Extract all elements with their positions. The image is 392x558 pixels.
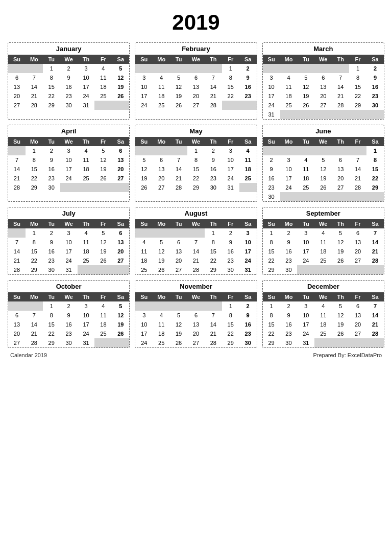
day-cell: 22 xyxy=(26,256,43,265)
month-table: SuMoTuWeThFrSa12345678910111213141516171… xyxy=(135,292,256,347)
day-cell: 14 xyxy=(205,82,222,91)
day-cell: 2 xyxy=(239,301,257,311)
day-cell: 14 xyxy=(332,82,349,91)
day-cell: 8 xyxy=(349,73,366,82)
day-cell: 15 xyxy=(222,320,239,329)
day-cell: 10 xyxy=(297,238,314,247)
day-cell: 6 xyxy=(332,155,349,165)
day-cell: 29 xyxy=(349,101,366,110)
day-cell: 16 xyxy=(280,320,298,329)
day-cell: 10 xyxy=(60,155,78,165)
day-cell: 11 xyxy=(314,311,332,320)
day-cell: 7 xyxy=(205,311,222,320)
day-cell: 15 xyxy=(366,165,384,174)
day-cell: 2 xyxy=(239,64,257,73)
day-header: Th xyxy=(205,137,222,146)
day-cell xyxy=(263,146,280,155)
day-cell xyxy=(94,101,112,110)
day-header: Su xyxy=(8,292,26,301)
day-header: Th xyxy=(205,55,222,64)
day-cell: 7 xyxy=(366,301,384,311)
day-cell: 13 xyxy=(349,238,366,247)
day-cell: 26 xyxy=(170,338,187,347)
day-header: Su xyxy=(8,137,26,146)
day-cell: 23 xyxy=(60,91,78,101)
day-cell: 26 xyxy=(297,101,314,110)
day-cell: 12 xyxy=(112,311,129,320)
day-header: Fr xyxy=(222,55,239,64)
day-cell: 25 xyxy=(280,101,298,110)
day-cell xyxy=(332,338,349,347)
day-cell: 18 xyxy=(153,329,170,338)
day-cell: 14 xyxy=(26,320,43,329)
day-cell xyxy=(187,301,205,311)
day-cell: 29 xyxy=(263,265,280,274)
month-name: May xyxy=(135,125,256,137)
month-name: August xyxy=(135,207,256,219)
day-header: Fr xyxy=(94,292,112,301)
month-table: SuMoTuWeThFrSa12345678910111213141516171… xyxy=(135,219,256,274)
day-header: Sa xyxy=(112,219,129,228)
day-cell xyxy=(26,301,43,311)
day-cell xyxy=(349,338,366,347)
day-cell: 5 xyxy=(170,73,187,82)
day-cell: 9 xyxy=(366,73,384,82)
day-header: Tu xyxy=(170,292,187,301)
day-header: Fr xyxy=(222,137,239,146)
month-name: December xyxy=(263,281,384,292)
day-cell: 14 xyxy=(187,247,205,256)
day-cell xyxy=(112,265,129,274)
day-cell xyxy=(366,192,384,201)
month-block-april: AprilSuMoTuWeThFrSa123456789101112131415… xyxy=(8,125,130,202)
day-header: Tu xyxy=(43,292,60,301)
day-header: We xyxy=(60,292,78,301)
day-cell: 8 xyxy=(263,238,280,247)
day-cell: 10 xyxy=(78,311,95,320)
day-header: Fr xyxy=(222,292,239,301)
day-cell: 21 xyxy=(26,91,43,101)
day-cell: 15 xyxy=(349,82,366,91)
day-header: We xyxy=(187,219,205,228)
day-header: Fr xyxy=(349,137,366,146)
day-cell: 9 xyxy=(43,238,60,247)
day-cell: 22 xyxy=(263,256,280,265)
day-cell: 4 xyxy=(94,301,112,311)
day-cell: 19 xyxy=(297,91,314,101)
day-cell: 7 xyxy=(187,238,205,247)
day-header: Sa xyxy=(366,55,384,64)
day-cell: 31 xyxy=(60,265,78,274)
day-cell: 8 xyxy=(205,238,222,247)
day-cell: 20 xyxy=(187,329,205,338)
day-header: Tu xyxy=(297,137,314,146)
day-cell: 22 xyxy=(366,174,384,183)
day-cell: 28 xyxy=(205,101,222,110)
day-cell: 17 xyxy=(60,165,78,174)
day-cell: 15 xyxy=(26,247,43,256)
day-cell: 9 xyxy=(263,165,280,174)
day-cell: 26 xyxy=(94,174,112,183)
day-header: Sa xyxy=(239,137,257,146)
day-header: Mo xyxy=(153,292,170,301)
day-cell: 1 xyxy=(26,146,43,155)
day-cell: 8 xyxy=(26,155,43,165)
day-cell xyxy=(205,301,222,311)
day-cell: 2 xyxy=(366,64,384,73)
day-cell: 22 xyxy=(349,91,366,101)
day-cell: 14 xyxy=(8,165,26,174)
day-cell: 28 xyxy=(187,265,205,274)
day-header: Th xyxy=(332,55,349,64)
day-cell: 12 xyxy=(94,155,112,165)
day-cell: 22 xyxy=(43,329,60,338)
day-cell: 4 xyxy=(153,311,170,320)
day-cell: 4 xyxy=(314,228,332,238)
day-cell: 14 xyxy=(170,165,187,174)
day-cell xyxy=(297,146,314,155)
day-cell xyxy=(170,301,187,311)
day-cell xyxy=(297,265,314,274)
day-cell: 23 xyxy=(239,329,257,338)
day-cell: 25 xyxy=(153,338,170,347)
day-cell xyxy=(153,146,170,155)
day-header: Mo xyxy=(280,292,298,301)
day-cell: 7 xyxy=(170,155,187,165)
day-cell: 27 xyxy=(170,265,187,274)
